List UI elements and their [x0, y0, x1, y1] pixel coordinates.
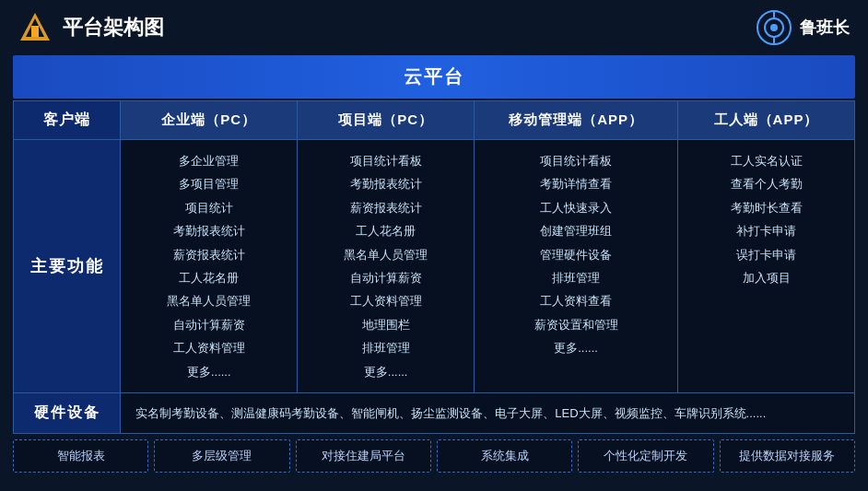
list-item: 考勤时长查看: [689, 196, 843, 219]
list-item: 补打卡申请: [689, 219, 843, 242]
list-item: 黑名单人员管理: [309, 243, 463, 266]
col-worker: 工人端（APP）: [678, 101, 855, 140]
brand-name: 鲁班长: [800, 17, 850, 39]
mobile-features: 项目统计看板 考勤详情查看 工人快速录入 创建管理班组 管理硬件设备 排班管理 …: [475, 140, 678, 393]
list-item: 工人资料查看: [486, 289, 666, 312]
list-item: 多项目管理: [132, 172, 286, 195]
logo-icon: [18, 11, 52, 44]
list-item: 薪资报表统计: [309, 196, 463, 219]
list-item: 更多......: [309, 360, 463, 383]
enterprise-feature-list: 多企业管理 多项目管理 项目统计 考勤报表统计 薪资报表统计 工人花名册 黑名单…: [132, 149, 286, 383]
worker-features: 工人实名认证 查看个人考勤 考勤时长查看 补打卡申请 误打卡申请 加入项目: [678, 140, 855, 393]
brand: 鲁班长: [756, 9, 850, 46]
col-enterprise: 企业端（PC）: [121, 101, 298, 140]
page-title: 平台架构图: [63, 14, 164, 41]
service-item-2: 对接住建局平台: [296, 439, 431, 473]
list-item: 多企业管理: [132, 149, 286, 172]
list-item: 考勤详情查看: [486, 172, 666, 195]
list-item: 更多......: [132, 360, 286, 383]
service-row: 智能报表 多层级管理 对接住建局平台 系统集成 个性化定制开发 提供数据对接服务: [13, 439, 855, 473]
list-item: 排班管理: [486, 266, 666, 289]
list-item: 创建管理班组: [486, 219, 666, 242]
list-item: 地理围栏: [309, 313, 463, 336]
brand-icon: [756, 9, 792, 46]
list-item: 考勤报表统计: [132, 219, 286, 242]
list-item: 工人实名认证: [689, 149, 843, 172]
main-features-label: 主要功能: [14, 140, 121, 393]
platform-table: 客户端 企业端（PC） 项目端（PC） 移动管理端（APP） 工人端（APP） …: [13, 100, 855, 434]
list-item: 自动计算薪资: [132, 313, 286, 336]
list-item: 加入项目: [689, 266, 843, 289]
svg-rect-2: [31, 26, 39, 37]
project-feature-list: 项目统计看板 考勤报表统计 薪资报表统计 工人花名册 黑名单人员管理 自动计算薪…: [309, 149, 463, 383]
list-item: 项目统计: [132, 196, 286, 219]
service-item-5: 提供数据对接服务: [720, 439, 855, 473]
list-item: 薪资设置和管理: [486, 313, 666, 336]
service-item-1: 多层级管理: [154, 439, 289, 473]
col-mobile: 移动管理端（APP）: [475, 101, 678, 140]
worker-feature-list: 工人实名认证 查看个人考勤 考勤时长查看 补打卡申请 误打卡申请 加入项目: [689, 149, 843, 289]
main-content: 云平台 客户端 企业端（PC） 项目端（PC） 移动管理端（APP） 工人端（A…: [0, 55, 868, 480]
list-item: 查看个人考勤: [689, 172, 843, 195]
service-item-4: 个性化定制开发: [578, 439, 713, 473]
mobile-feature-list: 项目统计看板 考勤详情查看 工人快速录入 创建管理班组 管理硬件设备 排班管理 …: [486, 149, 666, 360]
list-item: 排班管理: [309, 336, 463, 359]
service-item-0: 智能报表: [13, 439, 148, 473]
list-item: 项目统计看板: [486, 149, 666, 172]
list-item: 工人资料管理: [132, 336, 286, 359]
list-item: 自动计算薪资: [309, 266, 463, 289]
list-item: 工人资料管理: [309, 289, 463, 312]
list-item: 误打卡申请: [689, 243, 843, 266]
header-left: 平台架构图: [18, 11, 164, 44]
cloud-platform-banner: 云平台: [13, 55, 855, 99]
hardware-content: 实名制考勤设备、测温健康码考勤设备、智能闸机、扬尘监测设备、电子大屏、LED大屏…: [121, 392, 855, 433]
svg-point-5: [770, 24, 778, 31]
service-item-3: 系统集成: [437, 439, 572, 473]
list-item: 项目统计看板: [309, 149, 463, 172]
list-item: 黑名单人员管理: [132, 289, 286, 312]
list-item: 考勤报表统计: [309, 172, 463, 195]
header: 平台架构图 鲁班长: [0, 0, 868, 55]
list-item: 工人花名册: [309, 219, 463, 242]
col-project: 项目端（PC）: [298, 101, 475, 140]
list-item: 工人花名册: [132, 266, 286, 289]
list-item: 管理硬件设备: [486, 243, 666, 266]
project-features: 项目统计看板 考勤报表统计 薪资报表统计 工人花名册 黑名单人员管理 自动计算薪…: [298, 140, 475, 393]
enterprise-features: 多企业管理 多项目管理 项目统计 考勤报表统计 薪资报表统计 工人花名册 黑名单…: [121, 140, 298, 393]
list-item: 工人快速录入: [486, 196, 666, 219]
hardware-label: 硬件设备: [14, 392, 121, 433]
list-item: 薪资报表统计: [132, 243, 286, 266]
list-item: 更多......: [486, 336, 666, 359]
col-client: 客户端: [14, 101, 121, 140]
